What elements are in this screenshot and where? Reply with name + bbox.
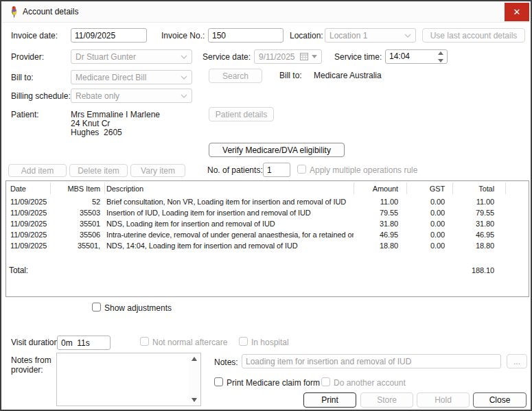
scrollbar[interactable] bbox=[189, 354, 200, 405]
service-date-value: 9/11/2025 bbox=[259, 52, 297, 62]
ellipsis-icon: ... bbox=[513, 357, 520, 366]
delete-item-button[interactable]: Delete item bbox=[69, 164, 128, 177]
cell-amount: 31.80 bbox=[354, 218, 406, 229]
column-separator bbox=[406, 183, 407, 194]
time-spinner[interactable] bbox=[435, 51, 446, 62]
bill-to-label: Bill to: bbox=[11, 73, 34, 82]
cell-amount: 18.80 bbox=[354, 240, 406, 251]
cell-mbs-item: 52 bbox=[50, 196, 104, 207]
vary-item-button[interactable]: Vary item bbox=[130, 164, 185, 177]
cell-amount: 11.00 bbox=[354, 196, 406, 207]
dropdown-arrow-icon bbox=[312, 55, 317, 58]
column-header-total[interactable]: Total bbox=[452, 183, 505, 194]
spinner-up-icon bbox=[438, 51, 443, 55]
bill-to-display-label: Bill to: bbox=[279, 71, 302, 80]
cell-mbs-item: 35506 bbox=[50, 229, 104, 240]
close-window-button[interactable]: ✕ bbox=[505, 3, 529, 21]
use-last-account-details-label: Use last account details bbox=[430, 31, 518, 40]
provider-value: Dr Stuart Gunter bbox=[76, 52, 178, 62]
bill-to-select[interactable]: Medicare Direct Bill bbox=[71, 70, 192, 84]
service-time-value: 14:04 bbox=[389, 51, 410, 61]
notes-ellipsis-button[interactable]: ... bbox=[507, 354, 527, 368]
not-normal-aftercare-checkbox[interactable] bbox=[140, 337, 149, 346]
table-row[interactable]: 11/09/2025 35503 Insertion of IUD, Loadi… bbox=[6, 207, 529, 218]
total-label: Total: bbox=[6, 265, 452, 276]
bill-to-value: Medicare Direct Bill bbox=[76, 73, 178, 82]
cell-description: NDS, 14:04, Loading item for insertion a… bbox=[104, 240, 354, 251]
service-time-input[interactable]: 14:04 bbox=[385, 49, 448, 64]
search-button[interactable]: Search bbox=[209, 69, 262, 83]
patient-label: Patient: bbox=[11, 110, 39, 119]
column-header-description[interactable]: Description bbox=[104, 183, 354, 194]
location-select[interactable]: Location 1 bbox=[325, 28, 416, 43]
patient-details-label: Patient details bbox=[216, 110, 267, 119]
use-last-account-details-button[interactable]: Use last account details bbox=[422, 28, 525, 43]
verify-medicare-dva-label: Verify Medicare/DVA eligibility bbox=[222, 145, 331, 155]
chevron-down-icon bbox=[181, 75, 187, 80]
provider-label: Provider: bbox=[11, 52, 44, 62]
cell-mbs-item: 35501, bbox=[50, 240, 104, 251]
cell-total: 46.95 bbox=[452, 229, 505, 240]
visit-duration-input[interactable] bbox=[57, 336, 111, 350]
patient-details-button[interactable]: Patient details bbox=[209, 107, 274, 121]
verify-medicare-dva-button[interactable]: Verify Medicare/DVA eligibility bbox=[209, 143, 345, 157]
print-medicare-claim-label: Print Medicare claim form bbox=[227, 378, 320, 388]
chevron-down-icon bbox=[181, 94, 187, 98]
invoice-date-input[interactable] bbox=[71, 28, 147, 43]
cell-date: 11/09/2025 bbox=[6, 196, 50, 207]
table-row[interactable]: 11/09/2025 52 Brief consultation, Non VR… bbox=[6, 196, 529, 207]
no-of-patients-input[interactable] bbox=[263, 163, 290, 177]
close-button[interactable]: Close bbox=[473, 392, 527, 408]
billing-schedule-label: Billing schedule: bbox=[11, 91, 71, 101]
store-button[interactable]: Store bbox=[360, 392, 413, 408]
print-medicare-claim-checkbox[interactable] bbox=[214, 377, 223, 386]
close-button-label: Close bbox=[489, 395, 511, 405]
invoice-no-label: Invoice No.: bbox=[161, 31, 205, 40]
cell-gst: 0.00 bbox=[406, 196, 452, 207]
column-separator bbox=[452, 183, 453, 194]
show-adjustments-checkbox[interactable] bbox=[92, 303, 101, 312]
notes-from-provider-label: Notes from provider: bbox=[11, 355, 54, 375]
service-date-label: Service date: bbox=[203, 52, 251, 62]
print-button[interactable]: Print bbox=[303, 392, 356, 408]
column-header-amount[interactable]: Amount bbox=[354, 183, 406, 194]
table-row[interactable]: 11/09/2025 35501, NDS, 14:04, Loading it… bbox=[6, 240, 529, 251]
account-details-dialog: Account details ✕ Invoice date: Invoice … bbox=[0, 0, 532, 411]
column-header-mbs-item[interactable]: MBS Item bbox=[50, 183, 104, 194]
cell-total: 11.00 bbox=[452, 196, 505, 207]
scroll-up-icon bbox=[192, 357, 197, 361]
in-hospital-label: In hospital bbox=[251, 338, 289, 347]
table-row[interactable]: 11/09/2025 35501 NDS, Loading item for i… bbox=[6, 218, 529, 229]
table-row[interactable]: 11/09/2025 35506 Intra-uterine device, r… bbox=[6, 229, 529, 240]
in-hospital-checkbox[interactable] bbox=[239, 337, 248, 346]
column-header-gst[interactable]: GST bbox=[406, 183, 452, 194]
items-table[interactable]: Date MBS Item Description Amount GST Tot… bbox=[5, 180, 529, 297]
close-icon: ✕ bbox=[513, 7, 521, 17]
cell-description: Insertion of IUD, Loading item for inser… bbox=[104, 207, 354, 218]
invoice-no-input[interactable] bbox=[208, 28, 284, 43]
finch-logo-icon bbox=[9, 5, 19, 20]
location-label: Location: bbox=[290, 31, 323, 40]
hold-button[interactable]: Hold bbox=[417, 392, 470, 408]
apply-multiple-operations-checkbox[interactable] bbox=[297, 165, 306, 174]
cell-description: NDS, Loading item for insertion and remo… bbox=[104, 218, 354, 229]
provider-select[interactable]: Dr Stuart Gunter bbox=[71, 49, 192, 64]
patient-address-line2: Hughes 2605 bbox=[71, 128, 122, 137]
window-title: Account details bbox=[23, 7, 78, 16]
cell-description: Brief consultation, Non VR, Loading item… bbox=[104, 196, 354, 207]
do-another-account-checkbox[interactable] bbox=[321, 377, 330, 386]
notes-from-provider-textarea[interactable] bbox=[56, 353, 201, 406]
hold-button-label: Hold bbox=[435, 395, 452, 405]
delete-item-label: Delete item bbox=[78, 166, 119, 176]
add-item-button[interactable]: Add item bbox=[8, 164, 67, 177]
chevron-down-icon bbox=[181, 55, 187, 59]
service-date-picker[interactable]: 9/11/2025 bbox=[254, 49, 322, 64]
column-header-date[interactable]: Date bbox=[6, 183, 50, 194]
title-bar[interactable]: Account details ✕ bbox=[1, 1, 531, 23]
cell-gst: 0.00 bbox=[406, 240, 452, 251]
no-of-patients-label: No. of patients: bbox=[207, 165, 263, 175]
cell-date: 11/09/2025 bbox=[6, 240, 50, 251]
notes-label: Notes: bbox=[214, 357, 238, 367]
billing-schedule-select[interactable]: Rebate only bbox=[71, 89, 192, 103]
notes-input[interactable] bbox=[242, 354, 501, 368]
